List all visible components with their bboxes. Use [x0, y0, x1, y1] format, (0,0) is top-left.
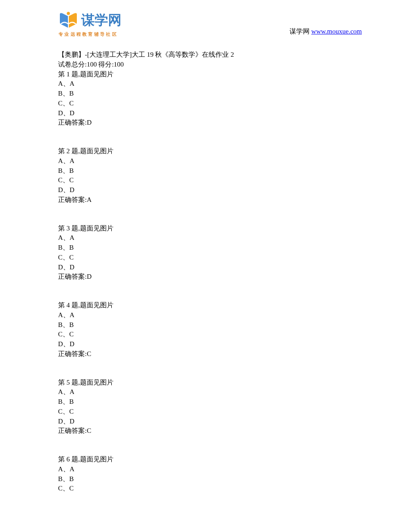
option-line: C、C	[58, 407, 362, 417]
question-header: 第 1 题,题面见图片	[58, 70, 362, 80]
separator	[58, 128, 362, 137]
option-line: D、D	[58, 417, 362, 427]
option-line: B、B	[58, 397, 362, 407]
separator	[58, 291, 362, 301]
site-link[interactable]: www.mouxue.com	[311, 28, 362, 35]
option-line: D、D	[58, 263, 362, 272]
question-block: 第 3 题,题面见图片 A、A B、B C、C D、D 正确答案:D	[58, 224, 362, 282]
option-line: A、A	[58, 233, 362, 243]
answer-line: 正确答案:C	[58, 349, 362, 359]
separator	[58, 282, 362, 291]
option-line: A、A	[58, 310, 362, 320]
option-line: C、C	[58, 484, 362, 494]
option-line: D、D	[58, 109, 362, 118]
site-label-block: 谋学网 www.mouxue.com	[289, 27, 362, 38]
question-header: 第 2 题,题面见图片	[58, 147, 362, 156]
separator	[58, 445, 362, 455]
separator	[58, 214, 362, 224]
option-line: B、B	[58, 320, 362, 330]
logo-top: 谋学网	[58, 10, 122, 30]
question-block: 第 5 题,题面见图片 A、A B、B C、C D、D 正确答案:C	[58, 378, 362, 436]
document-content: 【奥鹏】-[大连理工大学]大工 19 秋《高等数学》在线作业 2 试卷总分:10…	[0, 42, 411, 494]
option-line: A、A	[58, 387, 362, 397]
option-line: A、A	[58, 465, 362, 474]
question-block: 第 2 题,题面见图片 A、A B、B C、C D、D 正确答案:A	[58, 147, 362, 205]
option-line: C、C	[58, 99, 362, 109]
separator	[58, 369, 362, 378]
option-line: D、D	[58, 339, 362, 349]
option-line: B、B	[58, 166, 362, 176]
question-header: 第 3 题,题面见图片	[58, 224, 362, 234]
page-header: 谋学网 专业远程教育辅导社区 谋学网 www.mouxue.com	[0, 0, 411, 42]
score-line: 试卷总分:100 得分:100	[58, 60, 362, 70]
logo-subtitle: 专业远程教育辅导社区	[58, 31, 118, 38]
separator	[58, 359, 362, 369]
option-line: B、B	[58, 474, 362, 484]
separator	[58, 205, 362, 214]
option-line: C、C	[58, 176, 362, 185]
answer-line: 正确答案:C	[58, 426, 362, 436]
question-block: 第 4 题,题面见图片 A、A B、B C、C D、D 正确答案:C	[58, 301, 362, 359]
separator	[58, 137, 362, 147]
option-line: A、A	[58, 156, 362, 166]
option-line: C、C	[58, 330, 362, 339]
answer-line: 正确答案:A	[58, 195, 362, 205]
question-block: 第 6 题,题面见图片 A、A B、B C、C	[58, 455, 362, 494]
option-line: A、A	[58, 79, 362, 89]
site-label: 谋学网	[289, 28, 311, 35]
question-header: 第 4 题,题面见图片	[58, 301, 362, 310]
option-line: D、D	[58, 185, 362, 195]
option-line: C、C	[58, 253, 362, 263]
option-line: B、B	[58, 243, 362, 253]
svg-point-0	[67, 12, 70, 15]
question-block: 第 1 题,题面见图片 A、A B、B C、C D、D 正确答案:D	[58, 70, 362, 128]
book-logo-icon	[58, 10, 79, 30]
logo-text: 谋学网	[81, 11, 122, 29]
answer-line: 正确答案:D	[58, 272, 362, 282]
logo-block: 谋学网 专业远程教育辅导社区	[58, 10, 122, 38]
option-line: B、B	[58, 89, 362, 99]
question-header: 第 5 题,题面见图片	[58, 378, 362, 388]
question-header: 第 6 题,题面见图片	[58, 455, 362, 465]
answer-line: 正确答案:D	[58, 118, 362, 128]
separator	[58, 436, 362, 445]
document-title: 【奥鹏】-[大连理工大学]大工 19 秋《高等数学》在线作业 2	[58, 50, 362, 60]
